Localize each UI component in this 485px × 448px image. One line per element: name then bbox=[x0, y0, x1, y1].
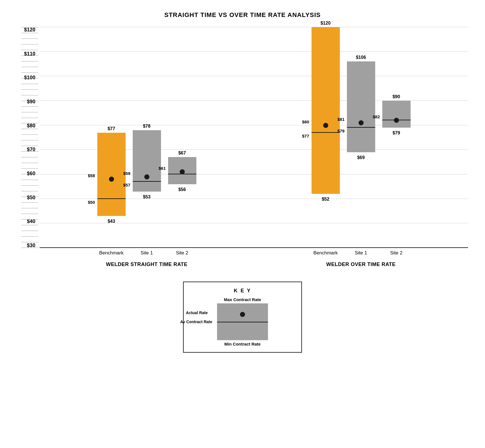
av-line bbox=[97, 198, 126, 199]
bar-rect bbox=[168, 157, 196, 184]
hatch-line bbox=[21, 95, 38, 95]
actual-dot bbox=[180, 169, 185, 174]
hatch-line bbox=[21, 55, 38, 56]
label-max: $90 bbox=[392, 94, 400, 99]
hatch-line bbox=[21, 33, 38, 33]
hatch-line bbox=[21, 38, 38, 39]
label-min: $56 bbox=[178, 187, 186, 192]
label-min: $52 bbox=[322, 197, 329, 202]
bar-group-straight-time: $77$43$58$50$78$53$59$57$67$56$61 bbox=[40, 27, 254, 248]
hatch-line bbox=[21, 248, 38, 248]
section-title-straight-time: WELDER STRAIGHT TIME RATE bbox=[40, 261, 254, 267]
x-axis: BenchmarkSite 1Site 2BenchmarkSite 1Site… bbox=[17, 250, 468, 256]
hatch-line bbox=[21, 214, 38, 214]
hatch-line bbox=[21, 61, 38, 61]
x-label-straight-time-1: Site 1 bbox=[133, 250, 161, 256]
hatch-line bbox=[21, 208, 38, 208]
hatch-line bbox=[21, 72, 38, 73]
hatch-line bbox=[21, 219, 38, 220]
hatch-line bbox=[21, 180, 38, 180]
hatch-line bbox=[21, 44, 38, 44]
key-container: K E Y Max Contract Rate Actual Rate Av C… bbox=[17, 282, 468, 353]
hatch-line bbox=[21, 67, 38, 67]
actual-dot bbox=[323, 123, 328, 128]
label-av: $50 bbox=[88, 200, 95, 205]
bar-group-over-time: $120$52$80$77$106$69$81$79$90$79$82 bbox=[254, 27, 468, 248]
hatch-line bbox=[21, 174, 38, 174]
section-titles: WELDER STRAIGHT TIME RATEWELDER OVER TIM… bbox=[17, 261, 468, 267]
hatch-line bbox=[21, 106, 38, 107]
bars-wrapper: $77$43$58$50$78$53$59$57$67$56$61$120$52… bbox=[40, 27, 468, 248]
key-box: K E Y Max Contract Rate Actual Rate Av C… bbox=[183, 282, 302, 353]
hatch-line bbox=[21, 89, 38, 90]
bar-rect bbox=[312, 27, 340, 194]
av-line bbox=[133, 181, 161, 182]
hatch-line bbox=[21, 112, 38, 112]
hatch-line bbox=[21, 197, 38, 197]
x-axis-group-over-time: BenchmarkSite 1Site 2 bbox=[254, 250, 468, 256]
label-av: $77 bbox=[302, 134, 309, 138]
hatch-line bbox=[21, 27, 38, 27]
x-label-straight-time-0: Benchmark bbox=[97, 250, 126, 256]
bar-item-straight-time-2: $67$56$61 bbox=[168, 27, 196, 248]
hatch-line bbox=[21, 168, 38, 169]
hatch-line bbox=[21, 146, 38, 146]
x-label-over-time-2: Site 2 bbox=[382, 250, 411, 256]
hatch-line bbox=[21, 157, 38, 157]
x-label-over-time-0: Benchmark bbox=[312, 250, 340, 256]
actual-dot bbox=[109, 177, 114, 182]
hatch-line bbox=[21, 231, 38, 231]
bar-item-straight-time-1: $78$53$59$57 bbox=[133, 27, 161, 248]
label-min: $69 bbox=[357, 155, 365, 160]
hatch-line bbox=[21, 163, 38, 163]
bar-item-over-time-1: $106$69$81$79 bbox=[347, 27, 375, 248]
label-max: $77 bbox=[108, 126, 115, 131]
hatch-line bbox=[21, 123, 38, 123]
label-max: $120 bbox=[321, 21, 331, 26]
label-actual: $58 bbox=[88, 173, 95, 178]
x-label-over-time-1: Site 1 bbox=[347, 250, 375, 256]
chart-container: STRAIGHT TIME VS OVER TIME RATE ANALYSIS… bbox=[0, 0, 485, 448]
key-max-label: Max Contract Rate bbox=[195, 297, 290, 302]
label-actual: $59 bbox=[123, 171, 130, 176]
hatch-line bbox=[21, 118, 38, 118]
label-min: $79 bbox=[392, 130, 400, 136]
section-title-over-time: WELDER OVER TIME RATE bbox=[254, 261, 468, 267]
bar-item-over-time-0: $120$52$80$77 bbox=[312, 27, 340, 248]
label-av: $57 bbox=[123, 183, 130, 187]
chart-area: $120$110$100$90$80$70$60$50$40$30 $77$43… bbox=[17, 27, 468, 248]
label-actual: $81 bbox=[337, 117, 344, 122]
av-line bbox=[312, 132, 340, 133]
bar-rect bbox=[97, 133, 126, 216]
key-title: K E Y bbox=[195, 288, 290, 294]
bar-item-straight-time-0: $77$43$58$50 bbox=[97, 27, 126, 248]
label-max: $106 bbox=[356, 55, 366, 60]
hatch-line bbox=[21, 236, 38, 237]
hatch-lines-left bbox=[21, 27, 38, 248]
hatch-line bbox=[21, 101, 38, 101]
bar-item-over-time-2: $90$79$82 bbox=[382, 27, 411, 248]
label-min: $53 bbox=[143, 194, 151, 200]
hatch-line bbox=[21, 225, 38, 225]
hatch-line bbox=[21, 134, 38, 135]
bar-rect bbox=[133, 130, 161, 192]
hatch-line bbox=[21, 151, 38, 152]
key-min-label: Min Contract Rate bbox=[195, 342, 290, 346]
label-actual: $80 bbox=[302, 119, 309, 124]
label-actual: $61 bbox=[158, 166, 166, 171]
bar-rect bbox=[347, 61, 375, 152]
bar-rect bbox=[382, 101, 411, 128]
av-line bbox=[347, 127, 375, 128]
label-min: $43 bbox=[108, 219, 115, 224]
key-av-label: Av Contract Rate bbox=[180, 320, 212, 324]
x-label-straight-time-2: Site 2 bbox=[168, 250, 196, 256]
hatch-line bbox=[21, 84, 38, 84]
plot-area: $77$43$58$50$78$53$59$57$67$56$61$120$52… bbox=[40, 27, 468, 248]
label-av: $79 bbox=[337, 128, 344, 133]
actual-dot bbox=[144, 174, 149, 179]
hatch-line bbox=[21, 140, 38, 140]
actual-dot bbox=[359, 120, 364, 125]
actual-dot bbox=[394, 118, 399, 123]
hatch-line bbox=[21, 129, 38, 129]
key-actual-label: Actual Rate bbox=[186, 310, 208, 315]
